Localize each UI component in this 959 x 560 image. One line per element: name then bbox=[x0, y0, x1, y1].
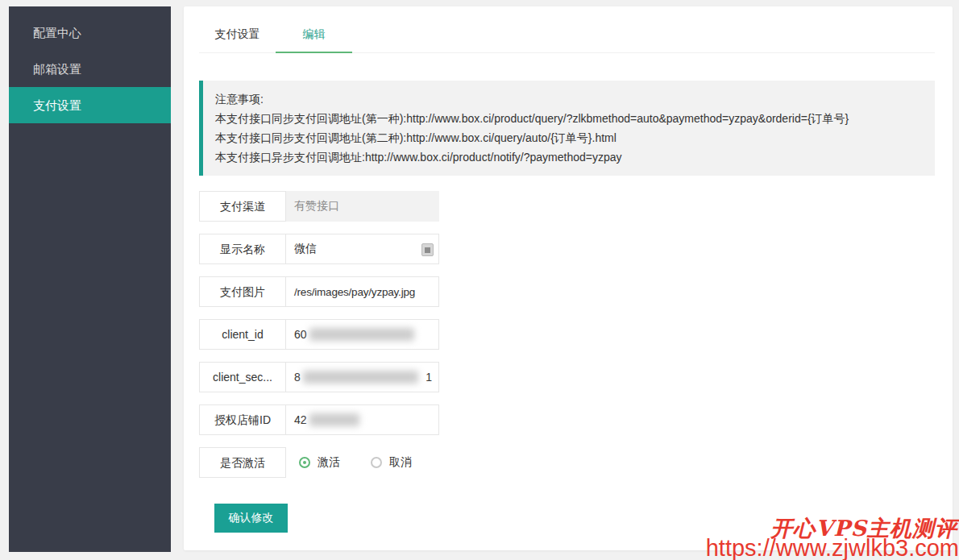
notice-line: 本支付接口异步支付回调地址:http://www.box.ci/product/… bbox=[215, 147, 923, 167]
client-secret-value-suffix: 1 bbox=[426, 371, 432, 384]
radio-unselected-icon bbox=[371, 457, 382, 468]
payment-channel-input[interactable]: 有赞接口 bbox=[286, 191, 439, 222]
client-id-input[interactable]: 60 bbox=[286, 319, 439, 350]
form-row-display-name: 显示名称 微信 bbox=[199, 234, 953, 264]
field-label: client_sec... bbox=[199, 362, 286, 392]
form-row-shop-id: 授权店铺ID 42 bbox=[199, 404, 953, 435]
radio-activate-label: 激活 bbox=[318, 455, 340, 470]
notice-line: 本支付接口同步支付回调地址(第一种):http://www.box.ci/pro… bbox=[215, 109, 923, 128]
display-name-input[interactable]: 微信 bbox=[286, 234, 439, 264]
display-name-value: 微信 bbox=[294, 242, 317, 256]
form-row-client-secret: client_sec... 8 1 bbox=[199, 362, 953, 392]
redacted-blur bbox=[309, 328, 414, 341]
field-label: 显示名称 bbox=[199, 234, 286, 264]
notice-box: 注意事项: 本支付接口同步支付回调地址(第一种):http://www.box.… bbox=[199, 81, 935, 176]
content-card: 支付设置 编辑 注意事项: 本支付接口同步支付回调地址(第一种):http://… bbox=[184, 6, 953, 550]
field-label: 支付图片 bbox=[199, 276, 286, 307]
redacted-blur bbox=[303, 371, 418, 384]
client-secret-input[interactable]: 8 1 bbox=[286, 362, 439, 392]
form-row-payment-image: 支付图片 /res/images/pay/yzpay.jpg bbox=[199, 276, 953, 307]
field-label: client_id bbox=[199, 319, 286, 350]
sidebar-item-config-center[interactable]: 配置中心 bbox=[9, 15, 171, 51]
field-label: 支付渠道 bbox=[199, 191, 286, 222]
client-secret-value-prefix: 8 bbox=[294, 371, 301, 384]
client-id-value-prefix: 60 bbox=[294, 328, 307, 341]
confirm-modify-button[interactable]: 确认修改 bbox=[214, 504, 288, 533]
shop-id-value-prefix: 42 bbox=[294, 413, 307, 426]
radio-activate[interactable]: 激活 bbox=[299, 455, 340, 470]
sidebar-item-email-settings[interactable]: 邮箱设置 bbox=[9, 51, 171, 87]
form-row-payment-channel: 支付渠道 有赞接口 bbox=[199, 191, 953, 222]
form-row-activation: 是否激活 激活 取消 bbox=[199, 447, 953, 478]
tab-bar: 支付设置 编辑 bbox=[199, 6, 935, 53]
sidebar-item-payment-settings[interactable]: 支付设置 bbox=[9, 87, 171, 123]
payment-channel-value: 有赞接口 bbox=[294, 199, 339, 214]
notice-line: 本支付接口同步支付回调地址(第二种):http://www.box.ci/que… bbox=[215, 128, 923, 147]
tab-payment-settings[interactable]: 支付设置 bbox=[199, 17, 276, 52]
form-row-client-id: client_id 60 bbox=[199, 319, 953, 350]
field-label: 是否激活 bbox=[199, 447, 286, 478]
payment-edit-form: 支付渠道 有赞接口 显示名称 微信 支付图片 /res/images/pay/y… bbox=[199, 191, 953, 533]
field-label: 授权店铺ID bbox=[199, 404, 286, 435]
activation-radio-group: 激活 取消 bbox=[299, 447, 442, 478]
payment-image-input[interactable]: /res/images/pay/yzpay.jpg bbox=[286, 276, 439, 307]
autofill-icon[interactable] bbox=[421, 243, 434, 256]
radio-selected-icon bbox=[299, 457, 310, 468]
radio-cancel-label: 取消 bbox=[389, 455, 412, 470]
tab-edit[interactable]: 编辑 bbox=[276, 17, 352, 52]
radio-cancel[interactable]: 取消 bbox=[371, 455, 412, 470]
redacted-blur bbox=[309, 413, 359, 426]
notice-title: 注意事项: bbox=[215, 89, 923, 109]
payment-image-value: /res/images/pay/yzpay.jpg bbox=[294, 286, 415, 298]
sidebar: 配置中心 邮箱设置 支付设置 bbox=[9, 6, 171, 552]
shop-id-input[interactable]: 42 bbox=[286, 404, 439, 435]
